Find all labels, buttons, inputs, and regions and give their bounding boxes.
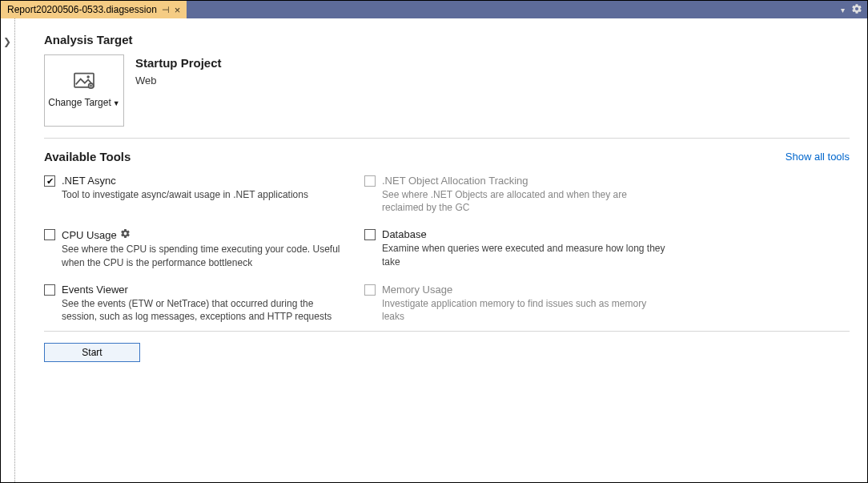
chevron-down-icon: ▼ [113,99,120,107]
tool-name: .NET Async [62,175,116,187]
tool-checkbox[interactable] [44,229,55,240]
tool-item: CPU Usage See where the CPU is spending … [44,228,348,268]
analysis-target-heading: Analysis Target [44,33,850,46]
available-tools-heading: Available Tools [44,150,131,163]
start-button[interactable]: Start [44,343,140,362]
gear-icon[interactable] [120,228,131,241]
tool-description: See the events (ETW or NetTrace) that oc… [62,297,348,323]
tool-checkbox [364,175,376,187]
tool-name: Memory Usage [382,284,452,296]
tool-description: Investigate application memory to find i… [382,297,669,323]
tool-description: Tool to investigate async/await usage in… [62,188,348,201]
document-tab[interactable]: Report20200506-0533.diagsession ⊣ × [1,1,187,18]
tool-item: Events ViewerSee the events (ETW or NetT… [44,284,348,323]
pin-icon[interactable]: ⊣ [162,5,170,15]
change-target-label: Change Target▼ [48,97,119,108]
target-image-icon [73,72,95,94]
divider [44,138,850,139]
tool-checkbox [364,284,376,296]
tool-name: Events Viewer [62,284,128,296]
tool-item: .NET AsyncTool to investigate async/awai… [44,175,348,214]
tool-name: Database [382,228,427,240]
tool-item: .NET Object Allocation TrackingSee where… [364,175,669,214]
left-gutter: ❯ [1,18,15,482]
tool-description: See where .NET Objects are allocated and… [382,188,669,214]
project-title: Startup Project [135,56,222,70]
tool-name: .NET Object Allocation Tracking [382,175,528,187]
tool-checkbox[interactable] [364,229,376,240]
titlebar: Report20200506-0533.diagsession ⊣ × ▾ [1,1,867,18]
show-all-tools-link[interactable]: Show all tools [786,151,850,163]
project-subtitle: Web [135,74,222,87]
tool-item: Memory UsageInvestigate application memo… [364,284,669,323]
tool-description: See where the CPU is spending time execu… [62,243,348,268]
dropdown-icon[interactable]: ▾ [841,6,845,14]
chevron-right-icon[interactable]: ❯ [3,36,11,47]
tool-description: Examine when queries were executed and m… [382,242,669,268]
tool-checkbox[interactable] [44,175,55,187]
divider [44,331,850,332]
close-icon[interactable]: × [175,4,181,16]
content-area: Analysis Target Change Target▼ [15,18,867,482]
change-target-button[interactable]: Change Target▼ [44,54,124,127]
tab-title: Report20200506-0533.diagsession [7,4,157,15]
tool-name: CPU Usage [62,228,131,241]
svg-point-1 [86,76,89,78]
gear-icon[interactable] [851,3,862,17]
tool-item: DatabaseExamine when queries were execut… [364,228,669,268]
tool-checkbox[interactable] [44,284,55,296]
